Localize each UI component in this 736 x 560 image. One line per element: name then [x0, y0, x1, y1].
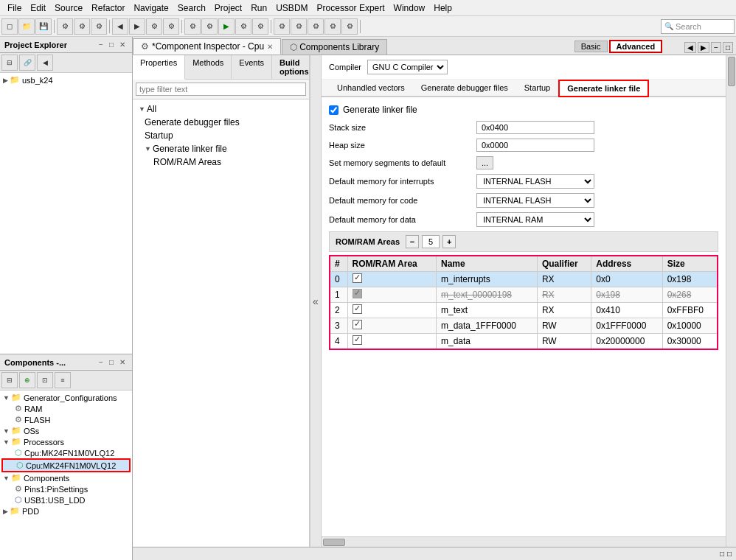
tree-item-components[interactable]: ▼ 📁 Components [1, 472, 131, 483]
heap-size-input[interactable] [476, 139, 594, 152]
cb-checked-3[interactable] [353, 320, 362, 329]
toolbar-btn1[interactable]: ⚙ [57, 18, 73, 35]
comp-view[interactable]: ⊡ [37, 372, 53, 388]
itree-gen-debugger[interactable]: Generate debugger files [133, 116, 309, 129]
subtab-startup[interactable]: Startup [516, 80, 558, 97]
toolbar-btn2[interactable]: ⚙ [74, 18, 90, 35]
comp-panel-minimize[interactable]: − [97, 357, 105, 367]
collapse-nav-btn[interactable]: « [310, 55, 322, 547]
panel-maximize[interactable]: □ [107, 40, 116, 49]
itree-gen-linker[interactable]: ▼ Generate linker file [133, 142, 309, 155]
menu-navigate[interactable]: Navigate [129, 1, 173, 15]
comp-collapse[interactable]: ⊟ [1, 372, 18, 388]
table-row[interactable]: 0 m_interrupts RX 0x0 0x198 [330, 272, 718, 287]
menu-help[interactable]: Help [429, 1, 456, 15]
type-filter-input[interactable] [136, 83, 306, 96]
menu-source[interactable]: Source [50, 1, 87, 15]
tree-item-cpu1[interactable]: ⬡ Cpu:MK24FN1M0VLQ12 [1, 447, 131, 458]
cb-gray-1[interactable] [353, 289, 362, 298]
editor-maximize-icon[interactable]: □ [723, 42, 733, 53]
subtab-gen-linker[interactable]: Generate linker file [558, 80, 649, 97]
toolbar-debug[interactable]: ▶ [218, 18, 235, 35]
toolbar-btn8[interactable]: ⚙ [184, 18, 201, 35]
menu-processor-expert[interactable]: Processor Expert [313, 1, 389, 15]
basic-mode-btn[interactable]: Basic [574, 41, 608, 52]
menu-search[interactable]: Search [173, 1, 210, 15]
tree-item-gen-configs[interactable]: ▼ 📁 Generator_Configurations [1, 392, 131, 403]
toolbar-btn5[interactable]: ▶ [129, 18, 145, 35]
toolbar-btn9[interactable]: ⚙ [201, 18, 218, 35]
comp-panel-close[interactable]: ✕ [117, 357, 128, 367]
tree-item-usb1[interactable]: ⬡ USB1:USB_LDD [1, 494, 131, 505]
ci-tab-events[interactable]: Events [232, 55, 272, 79]
menu-usbdm[interactable]: USBDM [271, 1, 312, 15]
table-row[interactable]: 2 m_text RX 0x410 0xFFBF0 [330, 303, 718, 318]
menu-refactor[interactable]: Refactor [87, 1, 129, 15]
menu-file[interactable]: File [3, 1, 26, 15]
tree-item-usb-k24[interactable]: ▶ 📁 usb_k24 [1, 74, 131, 85]
cb-checked-4[interactable] [353, 335, 362, 345]
romram-remove-btn[interactable]: − [406, 235, 419, 248]
gen-linker-checkbox[interactable] [329, 105, 339, 115]
def-mem-code-select[interactable]: INTERNAL FLASH [476, 193, 594, 208]
scroll-thumb[interactable] [323, 539, 345, 546]
table-row[interactable]: 1 m_text_00000198 RX 0x198 0x268 [330, 287, 718, 303]
tree-item-pdd[interactable]: ▶ 📁 PDD [1, 505, 131, 517]
panel-minimize[interactable]: − [97, 40, 105, 49]
vertical-scrollbar[interactable] [726, 55, 736, 547]
toolbar-btn16[interactable]: ⚙ [341, 18, 358, 35]
tree-item-cpu2[interactable]: ⬡ Cpu:MK24FN1M0VLQ12 [1, 458, 131, 472]
toolbar-btn3[interactable]: ⚙ [91, 18, 107, 35]
tree-item-oss[interactable]: ▼ 📁 OSs [1, 425, 131, 436]
def-mem-interrupts-select[interactable]: INTERNAL FLASH [476, 174, 594, 189]
toolbar-btn12[interactable]: ⚙ [274, 18, 290, 35]
ci-tab-properties[interactable]: Properties [133, 55, 185, 80]
table-row[interactable]: 3 m_data_1FFF0000 RW 0x1FFF0000 0x10000 [330, 318, 718, 334]
comp-more[interactable]: ≡ [55, 372, 71, 388]
comp-panel-maximize[interactable]: □ [107, 357, 116, 367]
compiler-select[interactable]: GNU C Compiler [369, 61, 446, 73]
menu-run[interactable]: Run [246, 1, 271, 15]
ci-tab-close[interactable]: ✕ [267, 43, 273, 51]
advanced-mode-btn[interactable]: Advanced [609, 40, 663, 53]
nav-forward-icon[interactable]: ▶ [698, 42, 709, 53]
toolbar-btn6[interactable]: ⚙ [146, 18, 162, 35]
menu-project[interactable]: Project [210, 1, 246, 15]
menu-window[interactable]: Window [389, 1, 430, 15]
tree-item-ram[interactable]: ⚙ RAM [1, 403, 131, 414]
toolbar-new[interactable]: ◻ [1, 18, 18, 35]
comp-add[interactable]: ⊕ [19, 372, 35, 388]
itree-romram[interactable]: ROM/RAM Areas [133, 155, 309, 169]
itree-startup[interactable]: Startup [133, 129, 309, 142]
cb-checked-2[interactable] [353, 304, 362, 314]
ci-tab-methods[interactable]: Methods [185, 55, 232, 79]
cb-checked-0[interactable] [353, 273, 362, 283]
toolbar-btn15[interactable]: ⚙ [324, 18, 341, 35]
itree-all[interactable]: ▼ All [133, 102, 309, 116]
toolbar-btn11[interactable]: ⚙ [252, 18, 268, 35]
set-memory-btn[interactable]: ... [476, 156, 493, 169]
subtab-gen-debugger[interactable]: Generate debugger files [413, 80, 516, 97]
toolbar-open[interactable]: 📁 [18, 18, 35, 35]
editor-minimize-icon[interactable]: − [711, 42, 721, 53]
table-row[interactable]: 4 m_data RW 0x20000000 0x30000 [330, 334, 718, 350]
tree-item-processors[interactable]: ▼ 📁 Processors [1, 436, 131, 447]
toolbar-btn14[interactable]: ⚙ [308, 18, 324, 35]
proj-back[interactable]: ◀ [37, 55, 53, 71]
def-mem-data-select[interactable]: INTERNAL RAM [476, 212, 594, 227]
toolbar-save[interactable]: 💾 [35, 18, 52, 35]
subtab-unhandled[interactable]: Unhandled vectors [329, 80, 413, 97]
romram-add-btn[interactable]: + [442, 235, 456, 248]
tree-item-flash[interactable]: ⚙ FLASH [1, 414, 131, 425]
toolbar-btn13[interactable]: ⚙ [291, 18, 307, 35]
proj-link[interactable]: 🔗 [19, 55, 35, 71]
toolbar-btn7[interactable]: ⚙ [163, 18, 179, 35]
menu-edit[interactable]: Edit [26, 1, 50, 15]
proj-collapse-all[interactable]: ⊟ [1, 55, 18, 71]
horizontal-scrollbar[interactable] [322, 536, 726, 547]
vscroll-thumb[interactable] [728, 57, 735, 86]
tab-components-library[interactable]: ⬡ Components Library [282, 39, 387, 55]
tab-component-inspector[interactable]: ⚙ *Component Inspector - Cpu ✕ [133, 38, 281, 55]
stack-size-input[interactable] [476, 121, 594, 134]
panel-close[interactable]: ✕ [117, 40, 128, 49]
